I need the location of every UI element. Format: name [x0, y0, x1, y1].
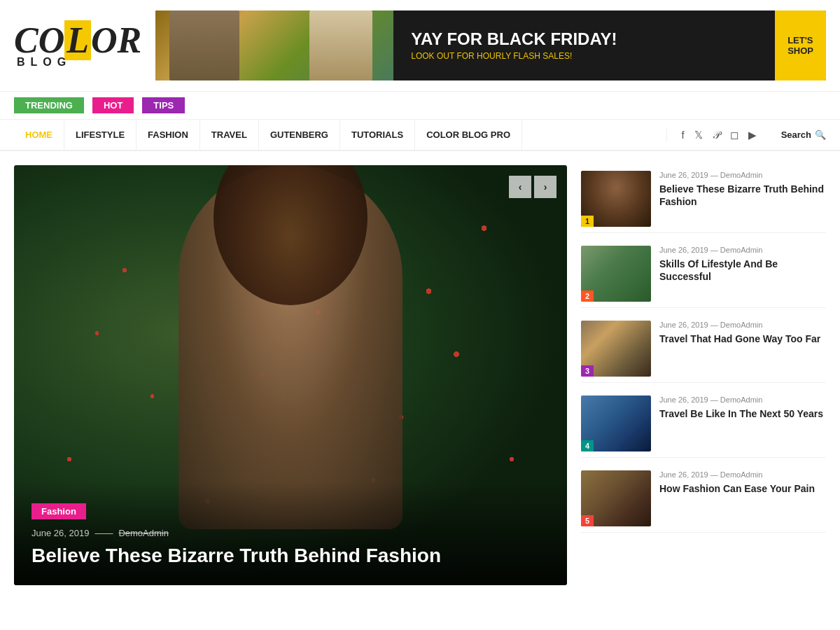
- search-icon: 🔍: [815, 130, 826, 140]
- sidebar: 1 June 26, 2019 — DemoAdmin Believe Thes…: [581, 165, 826, 585]
- featured-author: DemoAdmin: [118, 528, 169, 538]
- trending-bar: TRENDING HOT TIpS: [0, 92, 840, 120]
- featured-meta: June 26, 2019 —— DemoAdmin: [31, 528, 550, 538]
- sidebar-date-2: June 26, 2019: [659, 246, 708, 254]
- youtube-icon[interactable]: ▶: [748, 129, 757, 141]
- list-item: 4 June 26, 2019 — DemoAdmin Travel Be Li…: [581, 390, 826, 458]
- sidebar-thumb-5: 5: [581, 470, 651, 526]
- sidebar-author-1: DemoAdmin: [720, 171, 763, 179]
- slider-controls: ‹ ›: [509, 176, 556, 198]
- sidebar-title-2[interactable]: Skills Of Lifestyle And Be Successful: [659, 258, 826, 283]
- thumb-number-2: 2: [581, 290, 594, 302]
- sidebar-author-5: DemoAdmin: [720, 470, 763, 479]
- list-item: 2 June 26, 2019 — DemoAdmin Skills Of Li…: [581, 240, 826, 308]
- thumb-number-3: 3: [581, 365, 594, 377]
- main-nav: HOME LIFESTYLE FASHION TRAVEL GUTENBERG …: [0, 120, 840, 151]
- twitter-icon[interactable]: 𝕏: [694, 129, 703, 141]
- nav-social: f 𝕏 𝒫 ◻ ▶: [666, 129, 770, 141]
- sidebar-thumb-2: 2: [581, 246, 651, 302]
- sidebar-meta-2: June 26, 2019 — DemoAdmin: [659, 246, 826, 254]
- featured-overlay: Fashion June 26, 2019 —— DemoAdmin Belie…: [14, 482, 567, 585]
- ad-text: YAY FOR BLACK FRIDAY! LOOK OUT FOR HOURL…: [393, 30, 775, 61]
- sidebar-meta-1: June 26, 2019 — DemoAdmin: [659, 171, 826, 179]
- search-label: Search: [781, 130, 811, 140]
- sidebar-date-3: June 26, 2019: [659, 321, 708, 329]
- sidebar-title-5[interactable]: How Fashion Can Ease Your Pain: [659, 482, 826, 495]
- slider-next-button[interactable]: ›: [534, 176, 556, 198]
- sidebar-date-5: June 26, 2019: [659, 470, 708, 479]
- nav-fashion[interactable]: FASHION: [136, 120, 200, 150]
- sidebar-info-1: June 26, 2019 — DemoAdmin Believe These …: [659, 171, 826, 208]
- sidebar-author-3: DemoAdmin: [720, 321, 763, 329]
- ad-button[interactable]: LET'SSHOP: [775, 10, 826, 80]
- search-button[interactable]: Search 🔍: [771, 130, 826, 140]
- logo[interactable]: COLOR BLOG: [14, 22, 141, 69]
- sidebar-info-3: June 26, 2019 — DemoAdmin Travel That Ha…: [659, 321, 826, 345]
- facebook-icon[interactable]: f: [681, 129, 684, 141]
- featured-category[interactable]: Fashion: [31, 503, 86, 519]
- pinterest-icon[interactable]: 𝒫: [713, 129, 720, 141]
- ad-title: YAY FOR BLACK FRIDAY!: [411, 30, 757, 48]
- thumb-number-1: 1: [581, 216, 594, 227]
- thumb-number-5: 5: [581, 515, 594, 526]
- trending-tag[interactable]: TRENDING: [14, 97, 84, 113]
- nav-tutorials[interactable]: TUTORIALS: [340, 120, 415, 150]
- sidebar-thumb-3: 3: [581, 321, 651, 377]
- hot-tag[interactable]: HOT: [92, 97, 134, 113]
- sidebar-title-3[interactable]: Travel That Had Gone Way Too Far: [659, 332, 826, 345]
- nav-gutenberg[interactable]: GUTENBERG: [259, 120, 340, 150]
- sidebar-thumb-4: 4: [581, 396, 651, 451]
- ad-banner[interactable]: YAY FOR BLACK FRIDAY! LOOK OUT FOR HOURL…: [155, 10, 826, 80]
- sidebar-info-5: June 26, 2019 — DemoAdmin How Fashion Ca…: [659, 470, 826, 495]
- site-header: COLOR BLOG YAY FOR BLACK FRIDAY! LOOK OU…: [0, 0, 840, 92]
- featured-title[interactable]: Believe These Bizarre Truth Behind Fashi…: [31, 544, 550, 568]
- sidebar-date-1: June 26, 2019: [659, 171, 708, 179]
- thumb-number-4: 4: [581, 440, 594, 451]
- sidebar-author-2: DemoAdmin: [720, 246, 763, 254]
- nav-color-blog-pro[interactable]: COLOR BLOG PRO: [415, 120, 522, 150]
- nav-items: HOME LIFESTYLE FASHION TRAVEL GUTENBERG …: [14, 120, 666, 150]
- sidebar-thumb-1: 1: [581, 171, 651, 227]
- sidebar-info-2: June 26, 2019 — DemoAdmin Skills Of Life…: [659, 246, 826, 283]
- list-item: 1 June 26, 2019 — DemoAdmin Believe Thes…: [581, 165, 826, 233]
- sidebar-info-4: June 26, 2019 — DemoAdmin Travel Be Like…: [659, 396, 826, 420]
- instagram-icon[interactable]: ◻: [730, 129, 738, 141]
- sidebar-meta-5: June 26, 2019 — DemoAdmin: [659, 470, 826, 479]
- ad-subtitle: LOOK OUT FOR HOURLY FLASH SALES!: [411, 51, 757, 61]
- featured-date: June 26, 2019: [31, 528, 89, 538]
- list-item: 3 June 26, 2019 — DemoAdmin Travel That …: [581, 315, 826, 383]
- sidebar-date-4: June 26, 2019: [659, 396, 708, 404]
- sidebar-meta-3: June 26, 2019 — DemoAdmin: [659, 321, 826, 329]
- nav-home[interactable]: HOME: [14, 120, 64, 150]
- list-item: 5 June 26, 2019 — DemoAdmin How Fashion …: [581, 465, 826, 533]
- nav-lifestyle[interactable]: LIFESTYLE: [64, 120, 136, 150]
- featured-slider: ‹ › Fashion June 26, 2019 —— DemoAdmin B…: [14, 165, 567, 585]
- slider-prev-button[interactable]: ‹: [509, 176, 531, 198]
- sidebar-author-4: DemoAdmin: [720, 396, 763, 404]
- tips-tag[interactable]: TIpS: [142, 97, 185, 113]
- ad-image: [155, 10, 393, 80]
- main-content: ‹ › Fashion June 26, 2019 —— DemoAdmin B…: [0, 151, 840, 599]
- sidebar-meta-4: June 26, 2019 — DemoAdmin: [659, 396, 826, 404]
- sidebar-title-4[interactable]: Travel Be Like In The Next 50 Years: [659, 407, 826, 420]
- nav-travel[interactable]: TRAVEL: [200, 120, 259, 150]
- sidebar-title-1[interactable]: Believe These Bizarre Truth Behind Fashi…: [659, 183, 826, 208]
